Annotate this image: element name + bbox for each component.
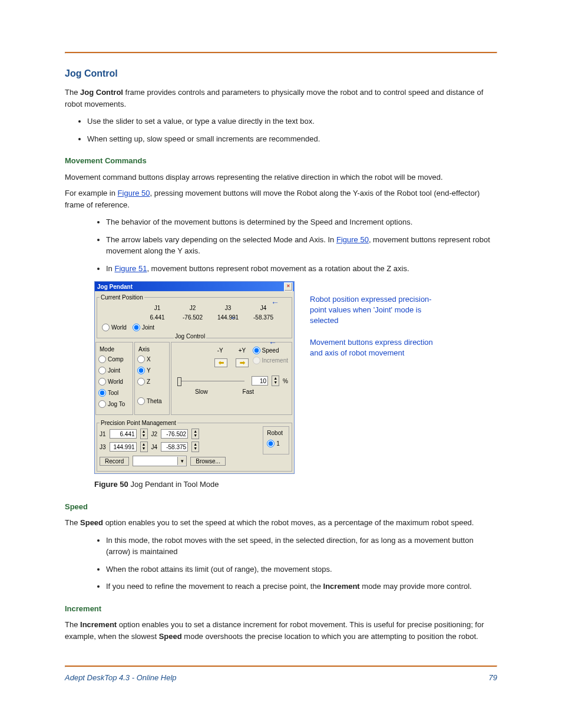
intro-text-post: frame provides controls and parameters t… bbox=[65, 88, 483, 108]
list-item: When setting up, slow speed or small inc… bbox=[87, 133, 497, 145]
page-number: 79 bbox=[489, 672, 497, 684]
callout-arrow-icon: ← bbox=[271, 297, 279, 309]
list-item: When the robot attains its limit (out of… bbox=[106, 564, 497, 575]
j4-label: J4 bbox=[151, 443, 158, 452]
top-rule bbox=[65, 52, 497, 54]
plus-y-button[interactable]: ➡ bbox=[236, 358, 249, 367]
spinner-icon[interactable]: ▲▼ bbox=[272, 375, 279, 386]
radio-robot-1[interactable] bbox=[267, 440, 275, 447]
radio-tool[interactable] bbox=[98, 389, 106, 397]
browse-button[interactable]: Browse... bbox=[190, 457, 226, 466]
fast-label: Fast bbox=[243, 387, 254, 396]
col-value: 6.441 bbox=[140, 313, 175, 322]
close-icon[interactable]: × bbox=[284, 282, 293, 291]
bottom-rule bbox=[65, 666, 497, 667]
col-value: -58.375 bbox=[246, 313, 281, 322]
text: If you need to refine the movement to re… bbox=[106, 582, 323, 591]
col-header: J2 bbox=[175, 304, 210, 312]
j4-input[interactable]: -58.375 bbox=[161, 442, 188, 452]
radio-label: Tool bbox=[108, 388, 118, 397]
text: mode may provide more control. bbox=[360, 582, 472, 591]
callout-arrow-icon: ← bbox=[230, 312, 238, 324]
bold-text: Increment bbox=[323, 582, 360, 591]
radio-jogto[interactable] bbox=[98, 400, 106, 408]
movement-para: Movement command buttons display arrows … bbox=[65, 172, 497, 183]
j1-input[interactable]: 6.441 bbox=[110, 429, 137, 439]
record-dropdown[interactable]: ▾ bbox=[133, 456, 187, 466]
radio-label: World bbox=[108, 377, 123, 386]
radio-joint[interactable] bbox=[133, 324, 140, 331]
group-label: Robot bbox=[267, 429, 283, 437]
radio-label: World bbox=[111, 323, 127, 332]
col-header: J1 bbox=[140, 304, 175, 312]
position-value-row: 6.441 -76.502 144.991 -58.375 bbox=[100, 312, 289, 322]
radio-speed[interactable] bbox=[253, 347, 260, 354]
radio-joint-mode[interactable] bbox=[98, 367, 106, 374]
page-footer: Adept DeskTop 4.3 - Online Help 79 bbox=[65, 672, 497, 684]
j3-label: J3 bbox=[100, 443, 106, 452]
record-button[interactable]: Record bbox=[100, 457, 129, 466]
j1-label: J1 bbox=[100, 430, 106, 439]
radio-comp[interactable] bbox=[98, 355, 106, 363]
ppm-group: Precision Point Management J1 6.441 ▲▼ J… bbox=[97, 419, 292, 472]
spinner-icon[interactable]: ▲▼ bbox=[140, 442, 148, 452]
radio-label: Theta bbox=[147, 397, 162, 406]
robot-group: Robot 1 bbox=[263, 426, 289, 454]
list-item: If you need to refine the movement to re… bbox=[106, 581, 497, 592]
movement-bullets: The behavior of the movement buttons is … bbox=[106, 216, 497, 274]
intro-bullet-list: Use the slider to set a value, or type a… bbox=[87, 116, 497, 144]
bold-text: Speed bbox=[159, 632, 182, 641]
col-header: J3 bbox=[210, 304, 246, 312]
movement-example: For example in Figure 50, pressing movem… bbox=[65, 187, 497, 210]
radio-label: 1 bbox=[276, 439, 280, 448]
radio-label: Comp bbox=[108, 355, 124, 364]
list-item: In this mode, the robot moves with the s… bbox=[106, 535, 497, 558]
radio-increment bbox=[253, 357, 260, 364]
jog-control-group: Jog Control -Y +Y ⬅ ➡ Speed Increment bbox=[171, 342, 292, 415]
footer-left: Adept DeskTop 4.3 - Online Help bbox=[65, 672, 177, 684]
link-figure-51[interactable]: Figure 51 bbox=[114, 264, 147, 273]
text: For example in bbox=[65, 189, 118, 197]
radio-theta[interactable] bbox=[137, 397, 145, 405]
text: In bbox=[106, 264, 114, 273]
slow-label: Slow bbox=[195, 387, 208, 396]
col-value: -76.502 bbox=[175, 313, 210, 322]
intro-bold: Jog Control bbox=[80, 88, 123, 97]
j3-input[interactable]: 144.991 bbox=[110, 442, 137, 452]
annotation-text: Movement buttons express direction and a… bbox=[310, 337, 445, 358]
slider-handle-icon[interactable] bbox=[177, 377, 181, 386]
list-item: Use the slider to set a value, or type a… bbox=[87, 116, 497, 127]
percent-label: % bbox=[283, 377, 288, 386]
text: The bbox=[65, 620, 80, 629]
radio-x[interactable] bbox=[137, 355, 145, 363]
radio-y[interactable] bbox=[137, 367, 145, 374]
text: , movement buttons represent robot movem… bbox=[147, 264, 409, 273]
group-label: Mode bbox=[98, 345, 115, 354]
text: The arrow labels vary depending on the s… bbox=[106, 235, 336, 244]
speed-bullets: In this mode, the robot moves with the s… bbox=[106, 535, 497, 592]
annotation-text: Robot position expressed precision-point… bbox=[310, 294, 445, 327]
group-label: Current Position bbox=[100, 293, 144, 302]
link-figure-50[interactable]: Figure 50 bbox=[118, 189, 150, 197]
window-titlebar: Jog Pendant × bbox=[95, 282, 294, 291]
arrow-label-plus: +Y bbox=[239, 346, 246, 355]
heading-jog-control: Jog Control bbox=[65, 67, 497, 81]
spinner-icon[interactable]: ▲▼ bbox=[191, 442, 199, 452]
list-item: The arrow labels vary depending on the s… bbox=[106, 234, 497, 257]
window-title: Jog Pendant bbox=[97, 282, 133, 291]
list-item: In Figure 51, movement buttons represent… bbox=[106, 263, 497, 275]
link-figure-50[interactable]: Figure 50 bbox=[336, 235, 369, 244]
spinner-icon[interactable]: ▲▼ bbox=[140, 429, 148, 439]
minus-y-button[interactable]: ⬅ bbox=[214, 358, 227, 367]
radio-label: Increment bbox=[262, 356, 288, 365]
text: mode overshoots the precise location to … bbox=[182, 632, 478, 641]
j2-input[interactable]: -76.502 bbox=[161, 429, 188, 439]
radio-world[interactable] bbox=[102, 324, 110, 331]
speed-value-input[interactable]: 10 bbox=[252, 376, 268, 386]
speed-slider[interactable] bbox=[175, 376, 248, 386]
radio-z[interactable] bbox=[137, 378, 145, 386]
text: The bbox=[65, 518, 80, 527]
j2-label: J2 bbox=[151, 430, 158, 439]
radio-world-mode[interactable] bbox=[98, 378, 106, 386]
spinner-icon[interactable]: ▲▼ bbox=[191, 429, 199, 439]
